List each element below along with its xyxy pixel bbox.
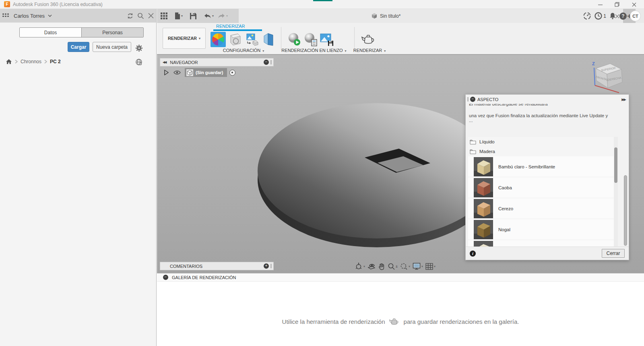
comments-panel-header[interactable]: COMENTARIOS + xyxy=(160,262,274,270)
appearance-tool-button[interactable] xyxy=(211,32,226,47)
material-list-scrollbar[interactable] xyxy=(614,137,618,247)
dropdown-arrow-icon: ▾ xyxy=(345,49,347,53)
expand-right-icon[interactable]: ▶▶ xyxy=(621,97,625,102)
info-icon[interactable]: i xyxy=(470,251,476,257)
material-row-nogal[interactable]: Nogal xyxy=(468,219,618,240)
undo-icon[interactable]: ▾ xyxy=(202,10,215,22)
material-swatch xyxy=(474,178,493,197)
dialog-scrollbar[interactable] xyxy=(624,137,627,247)
close-panel-icon[interactable] xyxy=(146,10,156,21)
render-button[interactable] xyxy=(359,32,378,47)
capture-image-button[interactable] xyxy=(319,32,334,47)
job-count: 1 xyxy=(603,13,606,19)
ribbon-toolbar: RENDERIZAR ▾ RENDERIZAR CONFIGURACIÓN ▾ xyxy=(157,23,644,54)
material-library-list[interactable]: Líquido Madera Bambú claro - Semibrillan… xyxy=(468,137,618,247)
user-avatar[interactable]: CT xyxy=(630,10,641,21)
collapse-gallery-icon[interactable]: − xyxy=(163,275,168,280)
decal-tool-button[interactable] xyxy=(245,32,260,47)
render-gallery-header[interactable]: − GALERÍA DE RENDERIZACIÓN xyxy=(157,273,644,282)
material-row-cerezo[interactable]: Cerezo xyxy=(468,198,618,219)
refresh-icon[interactable] xyxy=(125,10,135,21)
close-window-button[interactable] xyxy=(625,0,642,9)
scrollbar-thumb[interactable] xyxy=(624,175,627,246)
folder-liquido[interactable]: Líquido xyxy=(468,137,618,147)
in-canvas-render-settings-button[interactable] xyxy=(303,32,318,47)
cerrar-button[interactable]: Cerrar xyxy=(602,249,625,258)
activate-component-radio[interactable] xyxy=(229,70,235,76)
workspace-selector-button[interactable]: RENDERIZAR ▾ xyxy=(163,28,206,49)
pan-hand-icon[interactable] xyxy=(377,263,386,270)
dialog-grip[interactable] xyxy=(467,97,469,102)
group-label-renderizar[interactable]: RENDERIZAR ▾ xyxy=(349,48,390,53)
display-settings-icon[interactable]: ▾ xyxy=(412,263,424,270)
scrollbar-thumb[interactable] xyxy=(614,147,617,183)
zoom-icon[interactable]: ± xyxy=(387,263,398,270)
data-panel: Carlos Torres Datos Personas Cargar Nuev… xyxy=(0,9,157,346)
gear-icon[interactable] xyxy=(134,43,144,53)
team-icon[interactable] xyxy=(0,10,10,21)
restore-button[interactable] xyxy=(609,0,625,9)
breadcrumb-item-project[interactable]: Chronnos xyxy=(21,59,41,64)
folder-madera[interactable]: Madera xyxy=(468,147,618,156)
panel-grip[interactable] xyxy=(270,264,272,268)
message-line-1: El material descargable se rehabilitará xyxy=(469,104,613,106)
expand-triangle-icon[interactable] xyxy=(164,70,169,75)
redo-icon[interactable]: ▾ xyxy=(217,10,229,22)
dropdown-arrow-icon: ▾ xyxy=(212,14,214,18)
job-status-clock-icon[interactable]: 1 xyxy=(594,12,606,20)
component-cube-icon xyxy=(186,69,193,76)
navigator-panel-header[interactable]: ◀◀ NAVEGADOR − xyxy=(160,58,274,66)
folder-icon xyxy=(470,139,476,145)
group-label-renderizacion-en-lienzo[interactable]: RENDERIZACIÓN EN LIENZO ▾ xyxy=(278,48,350,53)
material-row-caoba[interactable]: Caoba xyxy=(468,177,618,198)
collapse-panel-icon[interactable]: − xyxy=(264,60,269,65)
aspecto-message: El material descargable se rehabilitará … xyxy=(469,104,613,136)
dropdown-arrow-icon: ▾ xyxy=(363,265,365,268)
material-row-partial[interactable] xyxy=(468,240,618,247)
orbit-icon[interactable]: ▾ xyxy=(354,262,366,270)
tab-datos[interactable]: Datos xyxy=(20,28,82,37)
folder-name: Líquido xyxy=(479,139,495,144)
collapse-dialog-icon[interactable]: − xyxy=(470,97,475,102)
document-name-label[interactable]: (Sin guardar) xyxy=(196,70,223,75)
z-axis xyxy=(594,68,595,85)
globe-settings-icon[interactable] xyxy=(134,57,144,67)
chevron-down-icon[interactable] xyxy=(45,10,55,21)
help-icon[interactable]: ? xyxy=(619,12,627,20)
home-icon[interactable] xyxy=(6,56,12,67)
material-row-bambu[interactable]: Bambú claro - Semibrillante xyxy=(468,156,618,177)
group-label-configuracion[interactable]: CONFIGURACIÓN ▾ xyxy=(205,48,282,53)
ribbon-tab-underline xyxy=(213,29,262,31)
app-grid-menu-icon[interactable] xyxy=(159,10,169,22)
save-icon[interactable] xyxy=(189,10,198,22)
active-user-name[interactable]: Carlos Torres xyxy=(14,13,45,19)
new-folder-button[interactable]: Nueva carpeta xyxy=(93,42,131,52)
add-comment-icon[interactable]: + xyxy=(264,263,269,269)
dropdown-arrow-icon: ▾ xyxy=(226,14,228,18)
material-name: Caoba xyxy=(498,185,512,190)
ribbon-active-tab[interactable]: RENDERIZAR xyxy=(216,24,245,29)
extensions-icon[interactable] xyxy=(583,12,591,20)
scene-settings-tool-button[interactable] xyxy=(228,32,243,47)
collapse-left-icon[interactable]: ◀◀ xyxy=(163,60,166,64)
breadcrumb-item-folder[interactable]: PC 2 xyxy=(50,59,61,64)
texture-map-tool-button[interactable] xyxy=(261,32,276,47)
fit-view-icon[interactable]: ▾ xyxy=(399,263,411,270)
minimize-button[interactable] xyxy=(592,0,609,9)
viewcube[interactable]: Z X SUPERIOR FRONTAL DERECHA xyxy=(580,60,626,100)
3d-viewport[interactable]: ◀◀ NAVEGADOR − (Sin guardar) xyxy=(157,54,644,273)
document-tab[interactable]: Sin título* xyxy=(371,9,400,23)
search-icon[interactable] xyxy=(135,10,146,21)
file-menu-icon[interactable]: ▾ xyxy=(173,10,184,22)
dropdown-arrow-icon: ▾ xyxy=(384,49,386,53)
visibility-eye-icon[interactable] xyxy=(173,70,181,75)
notifications-bell-icon[interactable] xyxy=(609,12,616,20)
viewport-grid-icon[interactable]: ▾ xyxy=(425,263,436,270)
look-at-icon[interactable] xyxy=(367,263,376,270)
navigator-root-item[interactable]: (Sin guardar) xyxy=(164,68,235,77)
tab-personas[interactable]: Personas xyxy=(82,28,143,37)
upload-button[interactable]: Cargar xyxy=(68,42,89,52)
aspecto-header[interactable]: − ASPECTO ▶▶ xyxy=(466,95,629,104)
in-canvas-render-button[interactable] xyxy=(287,32,302,47)
panel-grip[interactable] xyxy=(270,60,272,64)
